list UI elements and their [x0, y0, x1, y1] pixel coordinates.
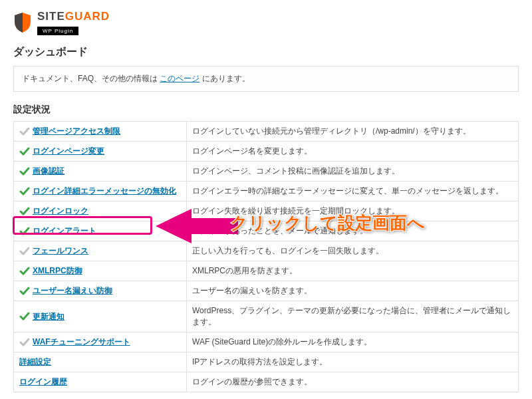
- status-enabled-icon: [19, 286, 30, 297]
- feature-link[interactable]: 更新通知: [33, 312, 65, 321]
- feature-desc: WAF (SiteGuard Lite)の除外ルールを作成します。: [187, 332, 519, 352]
- feature-desc: ログインエラー時の詳細なエラーメッセージに変えて、単一のメッセージを返します。: [187, 182, 519, 201]
- docs-link[interactable]: このページ: [160, 74, 200, 83]
- table-row: ログインページ変更ログインページ名を変更します。: [14, 142, 519, 162]
- feature-link[interactable]: 画像認証: [33, 166, 65, 176]
- status-enabled-icon: [19, 166, 30, 177]
- feature-desc: IPアドレスの取得方法を設定します。: [187, 352, 519, 372]
- feature-desc: ログインページ、コメント投稿に画像認証を追加します。: [187, 162, 519, 182]
- table-row: 管理ページアクセス制限ログインしていない接続元から管理ディレクトリ（/wp-ad…: [14, 122, 519, 142]
- feature-link[interactable]: ログイン詳細エラーメッセージの無効化: [33, 186, 176, 196]
- feature-name-cell: ログインアラート: [14, 221, 187, 241]
- feature-name-cell: WAFチューニングサポート: [14, 332, 187, 352]
- feature-name-cell: ユーザー名漏えい防御: [14, 281, 187, 301]
- logo-text-site: SITE: [37, 10, 65, 23]
- feature-link[interactable]: XMLRPC防御: [33, 266, 82, 275]
- status-enabled-icon: [19, 186, 30, 197]
- feature-name-cell: フェールワンス: [14, 241, 187, 261]
- feature-desc: XMLRPCの悪用を防ぎます。: [187, 261, 519, 281]
- feature-name-cell: 詳細設定: [14, 352, 187, 372]
- page-title: ダッシュボード: [13, 45, 519, 59]
- feature-link[interactable]: ログインアラート: [33, 226, 96, 235]
- notice-prefix: ドキュメント、FAQ、その他の情報は: [22, 74, 160, 83]
- feature-link[interactable]: ログイン履歴: [19, 377, 67, 386]
- feature-name-cell: ログインロック: [14, 201, 187, 221]
- feature-desc: ログイン失敗を繰り返す接続元を一定期間ロックします。: [187, 201, 519, 221]
- feature-name-cell: XMLRPC防御: [14, 261, 187, 281]
- table-row: ログイン履歴ログインの履歴が参照できます。: [14, 372, 519, 392]
- feature-link[interactable]: WAFチューニングサポート: [33, 337, 130, 346]
- table-row: ログイン詳細エラーメッセージの無効化ログインエラー時の詳細なエラーメッセージに変…: [14, 182, 519, 201]
- table-row: 更新通知WordPress、プラグイン、テーマの更新が必要になった場合に、管理者…: [14, 301, 519, 332]
- feature-link[interactable]: 詳細設定: [19, 357, 51, 366]
- table-row: ログインロックログイン失敗を繰り返す接続元を一定期間ロックします。: [14, 201, 519, 221]
- logo-text-block: SITEGUARD WP Plugin: [37, 10, 110, 35]
- feature-desc: ログインがあったことを、メールで通知します。: [187, 221, 519, 241]
- logo-subtitle: WP Plugin: [37, 27, 78, 35]
- table-row: ログインアラートログインがあったことを、メールで通知します。: [14, 221, 519, 241]
- feature-name-cell: ログイン詳細エラーメッセージの無効化: [14, 182, 187, 201]
- status-enabled-icon: [19, 311, 30, 322]
- table-row: フェールワンス正しい入力を行っても、ログインを一回失敗します。: [14, 241, 519, 261]
- feature-desc: WordPress、プラグイン、テーマの更新が必要になった場合に、管理者にメール…: [187, 301, 519, 332]
- plugin-logo: SITEGUARD WP Plugin: [13, 10, 519, 35]
- feature-link[interactable]: 管理ページアクセス制限: [33, 126, 120, 136]
- status-enabled-icon: [19, 146, 30, 157]
- feature-desc: 正しい入力を行っても、ログインを一回失敗します。: [187, 241, 519, 261]
- section-title: 設定状況: [13, 104, 519, 116]
- feature-link[interactable]: ユーザー名漏えい防御: [33, 286, 112, 295]
- table-row: XMLRPC防御XMLRPCの悪用を防ぎます。: [14, 261, 519, 281]
- feature-name-cell: ログイン履歴: [14, 372, 187, 392]
- feature-desc: ログインページ名を変更します。: [187, 142, 519, 162]
- status-enabled-icon: [19, 226, 30, 237]
- status-disabled-icon: [19, 337, 30, 348]
- table-row: 詳細設定IPアドレスの取得方法を設定します。: [14, 352, 519, 372]
- status-disabled-icon: [19, 246, 30, 257]
- settings-table: 管理ページアクセス制限ログインしていない接続元から管理ディレクトリ（/wp-ad…: [13, 121, 519, 392]
- table-row: WAFチューニングサポートWAF (SiteGuard Lite)の除外ルールを…: [14, 332, 519, 352]
- feature-desc: ログインの履歴が参照できます。: [187, 372, 519, 392]
- feature-link[interactable]: フェールワンス: [33, 246, 88, 255]
- feature-desc: ログインしていない接続元から管理ディレクトリ（/wp-admin/）を守ります。: [187, 122, 519, 142]
- status-enabled-icon: [19, 206, 30, 217]
- status-disabled-icon: [19, 126, 30, 137]
- feature-name-cell: 更新通知: [14, 301, 187, 332]
- logo-text-guard: GUARD: [65, 10, 110, 23]
- status-enabled-icon: [19, 266, 30, 277]
- feature-name-cell: 画像認証: [14, 162, 187, 182]
- info-notice: ドキュメント、FAQ、その他の情報は このページ にあります。: [13, 66, 519, 92]
- notice-suffix: にあります。: [200, 74, 249, 83]
- feature-link[interactable]: ログインページ変更: [33, 146, 104, 156]
- feature-name-cell: ログインページ変更: [14, 142, 187, 162]
- table-row: 画像認証ログインページ、コメント投稿に画像認証を追加します。: [14, 162, 519, 182]
- shield-icon: [13, 12, 32, 33]
- feature-link[interactable]: ログインロック: [33, 206, 88, 215]
- feature-name-cell: 管理ページアクセス制限: [14, 122, 187, 142]
- table-row: ユーザー名漏えい防御ユーザー名の漏えいを防ぎます。: [14, 281, 519, 301]
- feature-desc: ユーザー名の漏えいを防ぎます。: [187, 281, 519, 301]
